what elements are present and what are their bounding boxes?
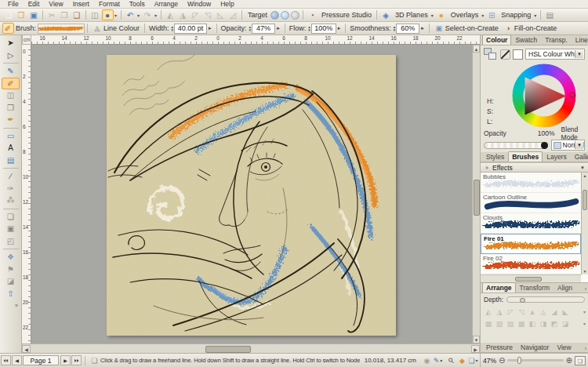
arrange-action-icon[interactable]: ◨ (538, 320, 549, 328)
menu-item-window[interactable]: Window (183, 0, 216, 8)
brush-item-cartoon-outline[interactable]: Cartoon Outline (481, 193, 581, 213)
chevron-down-icon[interactable]: ▾ (154, 13, 157, 18)
arrange-action-icon[interactable]: ◬ (538, 308, 549, 316)
previous-page-button[interactable]: ◀ (12, 355, 22, 365)
eyedropper-tool[interactable]: ∕ (2, 170, 20, 182)
opacity-slider[interactable] (484, 142, 548, 149)
brush-preview[interactable] (38, 24, 85, 34)
tab-layers[interactable]: Layers (543, 151, 571, 162)
arrange-action-icon[interactable]: ▲ (527, 308, 538, 316)
smoothness-value[interactable]: 60% (396, 24, 419, 34)
select-on-create-toggle[interactable]: ▣Select-on-Create (434, 24, 499, 33)
menu-item-insert[interactable]: Insert (68, 0, 94, 8)
snapping-icon[interactable]: ⊞ (486, 9, 498, 20)
page-options-icon[interactable]: ❏▾ (469, 355, 480, 365)
vertical-scroll-thumb[interactable] (474, 180, 480, 216)
zoom-in-icon[interactable]: ⊕ (566, 356, 572, 365)
opacity-stepper[interactable]: ▴▾ (249, 25, 252, 31)
tab-overflow-icon[interactable]: › (585, 38, 586, 44)
3d-planes-icon[interactable]: ◈ (380, 9, 392, 20)
blend-mode-dropdown[interactable]: Normal ▼ (551, 140, 585, 151)
crop-tool[interactable]: ▣ (2, 223, 20, 234)
redo-icon[interactable]: ↷ (142, 9, 154, 20)
tab-brushes[interactable]: Brushes (508, 151, 543, 162)
tab-overflow-icon[interactable]: › (585, 346, 586, 351)
chevron-down-icon[interactable]: ▾ (534, 13, 536, 18)
ink-tool[interactable]: ◫ (2, 89, 20, 101)
arrange-action-icon[interactable]: ◣ (560, 308, 571, 316)
hsl-colour-wheel[interactable]: H: S: L: (481, 63, 588, 129)
smoothness-stepper[interactable]: ▴▾ (394, 25, 396, 31)
shape-editor-tool[interactable]: ▷ (2, 49, 20, 61)
zoom-tool-icon[interactable]: ⚲ (443, 353, 458, 367)
chevron-down-icon[interactable]: ▾ (583, 309, 586, 314)
scroll-right-icon[interactable]: ▶ (471, 345, 480, 353)
brush-item-fire-02[interactable]: Fire 02 (481, 254, 581, 274)
scroll-thumb[interactable] (515, 277, 542, 282)
horizontal-scroll-thumb[interactable] (205, 346, 251, 353)
color-editor-icon[interactable]: ◫ (89, 9, 101, 20)
line-colour-button[interactable]: ◬Line Colour (93, 24, 140, 33)
tab-swatch[interactable]: Swatch (511, 35, 541, 45)
flow-value[interactable]: 100% (311, 24, 336, 34)
scroll-up-icon[interactable]: ▲ (582, 173, 588, 179)
overlays-button[interactable]: Overlays (451, 11, 479, 19)
page-indicator[interactable]: Page 1 (23, 355, 59, 365)
hue-selector[interactable] (569, 92, 575, 98)
chevron-down-icon[interactable]: ▾ (137, 13, 140, 18)
tab-pressure[interactable]: Pressure (482, 342, 517, 352)
arrange-action-icon[interactable]: ◧ (527, 320, 538, 328)
arrange-action-icon[interactable]: ◮ (494, 308, 505, 316)
menu-item-edit[interactable]: Edit (24, 0, 45, 8)
opacity-value[interactable]: 47% (252, 24, 275, 34)
chevron-down-icon[interactable]: ▾ (114, 13, 117, 18)
tab-styles[interactable]: Styles (482, 151, 508, 162)
depth-slider[interactable] (506, 296, 585, 303)
ungroup-icon[interactable]: ◿ (227, 9, 239, 20)
colour-picker-mode-dropdown[interactable]: HSL Colour Wheel ▼ (525, 49, 585, 60)
menu-item-tools[interactable]: Tools (125, 0, 150, 8)
menu-item-help[interactable]: Help (216, 0, 238, 8)
scroll-down-icon[interactable]: ▼ (582, 268, 588, 274)
fill-on-create-toggle[interactable]: ◑Fill-on-Create (503, 24, 557, 33)
menu-item-view[interactable]: View (44, 0, 67, 8)
flow-stepper[interactable]: ▴▾ (308, 25, 310, 31)
open-folder-icon[interactable]: ❒ (16, 9, 27, 20)
snapping-button[interactable]: Snapping (501, 11, 531, 19)
save-icon[interactable]: ▣ (28, 9, 40, 20)
tab-transform[interactable]: Transform (516, 282, 554, 293)
zoom-slider-thumb[interactable] (517, 357, 521, 364)
frame-tool[interactable]: ◰ (2, 235, 20, 247)
target-print-icon[interactable] (291, 11, 299, 20)
flip-icon[interactable]: ◮ (177, 9, 189, 20)
flow-flyout-icon[interactable]: ▸ (338, 25, 341, 31)
palette-overflow-icon[interactable]: » (15, 303, 18, 308)
photo-tool[interactable]: ▤ (2, 154, 20, 166)
canvas-vertical-scrollbar[interactable]: ▲ ▼ (472, 45, 480, 343)
brush-item-fire-01[interactable]: Fire 01 (481, 234, 581, 254)
freehand-mode-icon[interactable]: ✐ (2, 23, 14, 34)
target-screen-icon[interactable] (281, 11, 289, 20)
live-effects-icon[interactable]: ◉ (422, 355, 433, 365)
arrange-action-icon[interactable]: ▧ (494, 320, 505, 328)
next-page-button[interactable]: ▶ (60, 355, 71, 365)
chevron-down-icon[interactable]: ▼ (575, 141, 583, 149)
rectangle-tool[interactable]: ▭ (2, 130, 20, 142)
tab-arrange[interactable]: Arrange (482, 282, 516, 293)
zoom-out-icon[interactable]: ⊖ (499, 356, 505, 365)
copy-icon[interactable]: ❐ (59, 9, 71, 20)
arrange-action-icon[interactable]: ▨ (505, 320, 516, 328)
zoom-level-value[interactable]: 47% (483, 357, 496, 365)
smoothness-flyout-icon[interactable]: ▸ (421, 25, 424, 31)
quill-tool[interactable]: ✒ (2, 114, 20, 125)
paste-icon[interactable]: ❑ (71, 9, 83, 20)
arrange-action-icon[interactable]: ◪ (560, 320, 571, 328)
chevron-down-icon[interactable]: ▼ (580, 165, 585, 170)
tab-overflow-icon[interactable]: › (585, 155, 586, 161)
drawing-canvas[interactable] (31, 45, 472, 343)
scroll-down-icon[interactable]: ▼ (473, 336, 480, 343)
arrange-action-icon[interactable]: ◭ (483, 308, 494, 316)
document-page[interactable] (107, 55, 396, 336)
tab-overflow-icon[interactable]: › (585, 286, 586, 292)
blend-tool[interactable]: ❖ (2, 251, 20, 263)
